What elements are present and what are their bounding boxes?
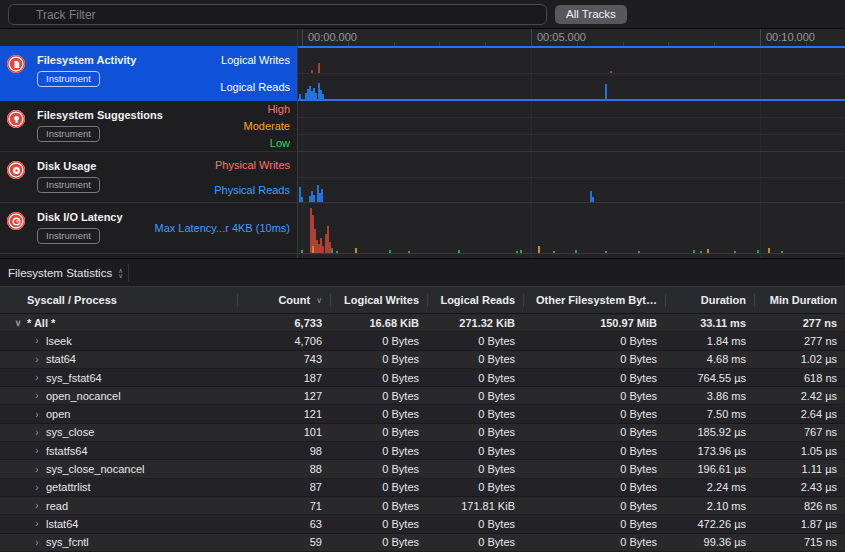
column-header-duration[interactable]: Duration bbox=[665, 287, 754, 313]
cell-duration: 3.86 ms bbox=[665, 390, 754, 402]
cell-other: 0 Bytes bbox=[523, 353, 665, 365]
column-label: Logical Reads bbox=[440, 294, 515, 306]
data-spike bbox=[312, 246, 314, 253]
track-header-disk-usage[interactable]: Disk UsageInstrumentPhysical WritesPhysi… bbox=[0, 152, 298, 203]
track-header-filesystem-suggestions[interactable]: Filesystem SuggestionsInstrumentHighMode… bbox=[0, 101, 298, 152]
cell-other: 0 Bytes bbox=[523, 335, 665, 347]
table-row[interactable]: ›getattrlist870 Bytes0 Bytes0 Bytes2.24 … bbox=[0, 479, 845, 497]
cell-min_duration: 826 ns bbox=[754, 500, 845, 512]
track-title: Filesystem Activity bbox=[37, 54, 136, 66]
cell-logical_writes: 0 Bytes bbox=[330, 445, 427, 457]
disclosure-icon[interactable]: › bbox=[31, 390, 43, 401]
lane-label-logical-reads: Logical Reads bbox=[220, 81, 290, 93]
syscall-cell: ∨* All * bbox=[0, 317, 237, 329]
cell-duration: 2.10 ms bbox=[665, 500, 754, 512]
table-row[interactable]: ›read710 Bytes171.81 KiB0 Bytes2.10 ms82… bbox=[0, 497, 845, 515]
disclosure-icon[interactable]: ∨ bbox=[12, 318, 24, 328]
data-spike bbox=[520, 250, 522, 253]
cell-count: 87 bbox=[237, 481, 330, 493]
cell-duration: 764.55 µs bbox=[665, 372, 754, 384]
syscall-cell: ›fstatfs64 bbox=[0, 445, 237, 457]
syscall-name: open bbox=[46, 408, 70, 420]
track-title: Disk Usage bbox=[37, 160, 96, 172]
column-header-other-filesystem-byt[interactable]: Other Filesystem Byt… bbox=[523, 287, 665, 313]
column-header-syscall-process[interactable]: Syscall / Process bbox=[0, 287, 237, 313]
data-spike bbox=[336, 251, 338, 253]
gauge-icon bbox=[7, 212, 25, 230]
cell-logical_reads: 171.81 KiB bbox=[427, 500, 523, 512]
column-header-count[interactable]: Count∨ bbox=[237, 287, 330, 313]
syscall-cell: ›sys_fcntl bbox=[0, 536, 237, 548]
data-spike bbox=[331, 250, 333, 253]
disclosure-icon[interactable]: › bbox=[31, 372, 43, 383]
disclosure-icon[interactable]: › bbox=[31, 537, 43, 548]
cell-duration: 196.61 µs bbox=[665, 463, 754, 475]
data-spike bbox=[355, 248, 357, 253]
table-row[interactable]: ›sys_close1010 Bytes0 Bytes0 Bytes185.92… bbox=[0, 424, 845, 442]
plot-lane bbox=[298, 101, 845, 118]
table-row[interactable]: ›sys_fcntl590 Bytes0 Bytes0 Bytes99.36 µ… bbox=[0, 534, 845, 552]
cell-count: 121 bbox=[237, 408, 330, 420]
tracks-area: Filesystem ActivityInstrumentLogical Wri… bbox=[0, 46, 845, 258]
track-header-filesystem-activity[interactable]: Filesystem ActivityInstrumentLogical Wri… bbox=[0, 46, 298, 101]
cell-min_duration: 1.11 µs bbox=[754, 463, 845, 475]
table-row[interactable]: ›open1210 Bytes0 Bytes0 Bytes7.50 ms2.64… bbox=[0, 405, 845, 423]
disclosure-icon[interactable]: › bbox=[31, 409, 43, 420]
cell-count: 88 bbox=[237, 463, 330, 475]
track-plot-disk-i-o-latency[interactable] bbox=[298, 203, 845, 254]
disclosure-icon[interactable]: › bbox=[31, 354, 43, 365]
disclosure-icon[interactable]: › bbox=[31, 445, 43, 456]
cell-min_duration: 1.87 µs bbox=[754, 518, 845, 530]
cell-min_duration: 715 ns bbox=[754, 536, 845, 548]
cell-logical_reads: 0 Bytes bbox=[427, 481, 523, 493]
track-plot-disk-usage[interactable] bbox=[298, 152, 845, 203]
disclosure-icon[interactable]: › bbox=[31, 335, 43, 346]
disclosure-icon[interactable]: › bbox=[31, 500, 43, 511]
pane-divider[interactable] bbox=[297, 29, 298, 258]
instruments-window: All Tracks 00:00.00000:05.00000:10.000 F… bbox=[0, 0, 845, 552]
disclosure-icon[interactable]: › bbox=[31, 518, 43, 529]
cell-logical_writes: 0 Bytes bbox=[330, 426, 427, 438]
cell-duration: 99.36 µs bbox=[665, 536, 754, 548]
timeline-ruler[interactable]: 00:00.00000:05.00000:10.000 bbox=[298, 29, 845, 46]
table-row[interactable]: ›sys_close_nocancel880 Bytes0 Bytes0 Byt… bbox=[0, 460, 845, 478]
cell-logical_reads: 0 Bytes bbox=[427, 518, 523, 530]
track-title: Filesystem Suggestions bbox=[37, 109, 163, 121]
instrument-badge: Instrument bbox=[37, 177, 100, 193]
cell-min_duration: 1.05 µs bbox=[754, 445, 845, 457]
disclosure-icon[interactable]: › bbox=[31, 427, 43, 438]
track-plot-filesystem-suggestions[interactable] bbox=[298, 101, 845, 152]
plot-lane bbox=[298, 48, 845, 74]
cell-duration: 472.26 µs bbox=[665, 518, 754, 530]
stats-table-header: Syscall / ProcessCount∨Logical WritesLog… bbox=[0, 287, 845, 314]
column-header-min-duration[interactable]: Min Duration bbox=[754, 287, 845, 313]
instrument-badge: Instrument bbox=[37, 228, 100, 244]
cell-logical_reads: 0 Bytes bbox=[427, 408, 523, 420]
disclosure-icon[interactable]: › bbox=[31, 482, 43, 493]
table-row[interactable]: ›lseek4,7060 Bytes0 Bytes0 Bytes1.84 ms2… bbox=[0, 332, 845, 350]
data-spike bbox=[610, 71, 612, 73]
data-spike bbox=[458, 250, 460, 253]
all-tracks-button[interactable]: All Tracks bbox=[555, 5, 627, 24]
track-list: Filesystem ActivityInstrumentLogical Wri… bbox=[0, 46, 298, 258]
table-row[interactable]: ›lstat64630 Bytes0 Bytes0 Bytes472.26 µs… bbox=[0, 515, 845, 533]
cell-other: 0 Bytes bbox=[523, 445, 665, 457]
column-header-logical-writes[interactable]: Logical Writes bbox=[330, 287, 427, 313]
data-spike bbox=[768, 248, 770, 253]
disclosure-icon[interactable]: › bbox=[31, 464, 43, 475]
detail-view-selector[interactable]: Filesystem Statistics ∧∨ bbox=[8, 259, 123, 286]
track-filter-input[interactable] bbox=[8, 4, 547, 25]
track-header-disk-i-o-latency[interactable]: Disk I/O LatencyInstrumentMax Latency...… bbox=[0, 203, 298, 254]
cell-count: 743 bbox=[237, 353, 330, 365]
syscall-cell: ›lstat64 bbox=[0, 518, 237, 530]
detail-pane-header: Filesystem Statistics ∧∨ bbox=[0, 258, 845, 287]
table-row[interactable]: ›sys_fstat641870 Bytes0 Bytes0 Bytes764.… bbox=[0, 369, 845, 387]
table-row[interactable]: ›stat647430 Bytes0 Bytes0 Bytes4.68 ms1.… bbox=[0, 351, 845, 369]
column-header-logical-reads[interactable]: Logical Reads bbox=[427, 287, 523, 313]
syscall-name: * All * bbox=[27, 317, 55, 329]
table-row[interactable]: ›fstatfs64980 Bytes0 Bytes0 Bytes173.96 … bbox=[0, 442, 845, 460]
track-plot-filesystem-activity[interactable] bbox=[298, 46, 845, 101]
table-row[interactable]: ∨* All *6,73316.68 KiB271.32 KiB150.97 M… bbox=[0, 314, 845, 332]
cell-logical_writes: 0 Bytes bbox=[330, 353, 427, 365]
table-row[interactable]: ›open_nocancel1270 Bytes0 Bytes0 Bytes3.… bbox=[0, 387, 845, 405]
